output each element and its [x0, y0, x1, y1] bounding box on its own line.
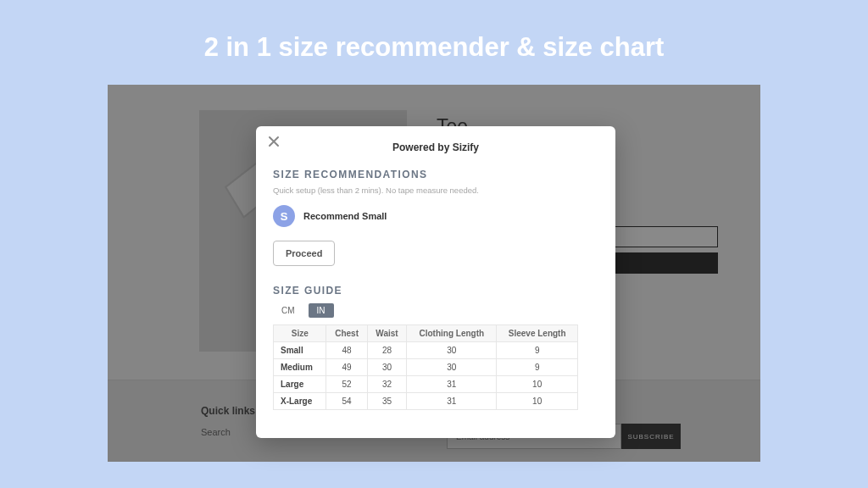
unit-in-button[interactable]: IN [309, 303, 334, 318]
col-length: Clothing Length [407, 325, 497, 342]
col-sleeve: Sleeve Length [497, 325, 578, 342]
cell-size: Large [274, 376, 326, 393]
cell-size: X-Large [274, 393, 326, 410]
recommendation-row: S Recommend Small [273, 205, 598, 227]
table-row: X-Large 54 35 31 10 [274, 393, 578, 410]
cell-waist: 28 [367, 342, 407, 359]
cell-waist: 30 [367, 359, 407, 376]
unit-toggle: CM IN [273, 303, 598, 318]
cell-chest: 48 [326, 342, 367, 359]
cell-sleeve: 9 [497, 359, 578, 376]
unit-cm-button[interactable]: CM [273, 303, 303, 318]
close-icon[interactable] [266, 135, 281, 150]
cell-chest: 54 [326, 393, 367, 410]
col-waist: Waist [367, 325, 407, 342]
cell-size: Small [274, 342, 326, 359]
size-modal: Powered by Sizify SIZE RECOMMENDATIONS Q… [256, 126, 615, 438]
cell-length: 31 [407, 376, 497, 393]
size-guide-table: Size Chest Waist Clothing Length Sleeve … [273, 324, 578, 410]
col-size: Size [274, 325, 326, 342]
cell-size: Medium [274, 359, 326, 376]
size-guide-heading: SIZE GUIDE [273, 285, 598, 297]
cell-waist: 35 [367, 393, 407, 410]
table-row: Large 52 32 31 10 [274, 376, 578, 393]
table-row: Medium 49 30 30 9 [274, 359, 578, 376]
col-chest: Chest [326, 325, 367, 342]
cell-length: 30 [407, 359, 497, 376]
cell-chest: 52 [326, 376, 367, 393]
size-recommendations-subtext: Quick setup (less than 2 mins). No tape … [273, 186, 598, 195]
cell-sleeve: 9 [497, 342, 578, 359]
cell-sleeve: 10 [497, 393, 578, 410]
recommendation-badge-icon: S [273, 205, 295, 227]
size-recommendations-heading: SIZE RECOMMENDATIONS [273, 169, 598, 180]
cell-length: 30 [407, 342, 497, 359]
proceed-button[interactable]: Proceed [273, 241, 335, 266]
table-header-row: Size Chest Waist Clothing Length Sleeve … [274, 325, 578, 342]
cell-sleeve: 10 [497, 376, 578, 393]
table-row: Small 48 28 30 9 [274, 342, 578, 359]
recommendation-text: Recommend Small [303, 211, 387, 221]
hero-title: 2 in 1 size recommender & size chart [0, 0, 868, 63]
powered-by-label: Powered by Sizify [273, 141, 598, 153]
cell-chest: 49 [326, 359, 367, 376]
cell-waist: 32 [367, 376, 407, 393]
cell-length: 31 [407, 393, 497, 410]
